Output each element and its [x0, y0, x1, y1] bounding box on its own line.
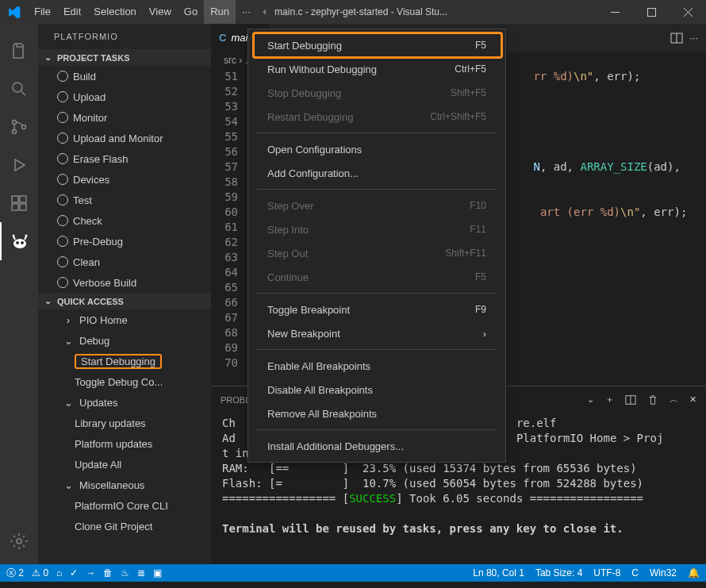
- menu-file[interactable]: File: [28, 0, 57, 24]
- status-test-icon[interactable]: ♨: [121, 567, 129, 578]
- task-item[interactable]: Verbose Build: [38, 272, 211, 293]
- run-menu-dropdown: Start DebuggingF5Run Without DebuggingCt…: [247, 29, 506, 463]
- status-home-icon[interactable]: ⌂: [56, 567, 62, 578]
- status-bell-icon[interactable]: 🔔: [688, 567, 700, 578]
- task-item[interactable]: Devices: [38, 169, 211, 190]
- status-tabsize[interactable]: Tab Size: 4: [535, 567, 582, 578]
- svg-rect-6: [12, 196, 18, 202]
- menu-item-continue: ContinueF5: [248, 265, 505, 289]
- debug-group[interactable]: ⌄ Debug: [38, 330, 211, 351]
- sidebar: PLATFORMIO ⌄ PROJECT TASKS BuildUploadMo…: [38, 24, 211, 564]
- svg-point-5: [22, 125, 26, 129]
- status-clean-icon[interactable]: 🗑: [103, 567, 113, 578]
- source-control-icon[interactable]: [0, 108, 38, 146]
- extensions-icon[interactable]: [0, 184, 38, 222]
- misc-group[interactable]: ⌄ Miscellaneous: [38, 475, 211, 495]
- update-all-item[interactable]: Update All: [38, 454, 211, 475]
- project-tasks-header[interactable]: ⌄ PROJECT TASKS: [38, 49, 211, 66]
- c-file-icon: C: [219, 32, 226, 44]
- task-item[interactable]: Erase Flash: [38, 148, 211, 169]
- svg-point-10: [13, 239, 26, 248]
- task-icon: [57, 71, 68, 82]
- task-item[interactable]: Monitor: [38, 107, 211, 128]
- menu-item-run-without-debugging[interactable]: Run Without DebuggingCtrl+F5: [248, 57, 505, 81]
- toggle-debug-item[interactable]: Toggle Debug Co...: [38, 371, 211, 392]
- pio-core-cli-item[interactable]: PlatformIO Core CLI: [38, 495, 211, 516]
- task-icon: [57, 153, 68, 164]
- svg-point-13: [13, 235, 15, 237]
- maximize-panel-icon[interactable]: ︿: [670, 394, 678, 405]
- explorer-icon[interactable]: [0, 32, 38, 70]
- chevron-down-icon: ⌄: [62, 335, 75, 347]
- quick-access-header[interactable]: ⌄ QUICK ACCESS: [38, 293, 211, 309]
- status-warnings[interactable]: ⚠ 0: [32, 567, 48, 578]
- arrow-left-icon: [259, 6, 270, 17]
- menu-item-restart-debugging: Restart DebuggingCtrl+Shift+F5: [248, 105, 505, 129]
- task-item[interactable]: Test: [38, 190, 211, 210]
- chevron-right-icon: ›: [62, 314, 75, 326]
- menu-go[interactable]: Go: [178, 0, 204, 24]
- terminal-dropdown-icon[interactable]: ⌄: [587, 394, 594, 405]
- minimize-button[interactable]: [597, 0, 633, 24]
- search-icon[interactable]: [0, 70, 38, 108]
- menu-run[interactable]: Run: [204, 0, 236, 24]
- menu-item-add-configuration-[interactable]: Add Configuration...: [248, 161, 505, 185]
- clone-git-item[interactable]: Clone Git Project: [38, 516, 211, 536]
- task-item[interactable]: Upload and Monitor: [38, 128, 211, 148]
- kill-terminal-icon[interactable]: [647, 394, 658, 405]
- status-terminal-icon[interactable]: ▣: [153, 567, 162, 578]
- debug-icon[interactable]: [0, 146, 38, 184]
- library-updates-item[interactable]: Library updates: [38, 413, 211, 433]
- chevron-down-icon: ⌄: [41, 52, 54, 63]
- svg-rect-7: [12, 204, 18, 210]
- menu-view[interactable]: View: [143, 0, 178, 24]
- task-icon: [57, 112, 68, 123]
- menu-selection[interactable]: Selection: [87, 0, 142, 24]
- menu-item-install-additional-debuggers-[interactable]: Install Additional Debuggers...: [248, 434, 505, 458]
- svg-rect-1: [647, 8, 655, 16]
- status-errors[interactable]: ⓧ 2: [6, 567, 24, 580]
- task-item[interactable]: Upload: [38, 86, 211, 107]
- platform-updates-item[interactable]: Platform updates: [38, 433, 211, 454]
- menu-item-remove-all-breakpoints[interactable]: Remove All Breakpoints: [248, 402, 505, 425]
- task-icon: [57, 256, 68, 267]
- settings-gear-icon[interactable]: [0, 522, 38, 560]
- task-item[interactable]: Check: [38, 210, 211, 231]
- split-terminal-icon[interactable]: [625, 394, 636, 405]
- new-terminal-icon[interactable]: ＋: [605, 394, 614, 405]
- menu-item-open-configurations[interactable]: Open Configurations: [248, 137, 505, 161]
- status-encoding[interactable]: UTF-8: [593, 567, 620, 578]
- task-item[interactable]: Pre-Debug: [38, 231, 211, 252]
- svg-point-4: [13, 130, 17, 134]
- menu-edit[interactable]: Edit: [57, 0, 87, 24]
- menu-item-disable-all-breakpoints[interactable]: Disable All Breakpoints: [248, 378, 505, 402]
- more-actions-icon[interactable]: ···: [689, 32, 698, 44]
- status-serial-icon[interactable]: ≣: [137, 567, 145, 578]
- menu-item-new-breakpoint[interactable]: New Breakpoint›: [248, 321, 505, 345]
- menu-more[interactable]: ···: [236, 0, 257, 24]
- status-eol[interactable]: Win32: [650, 567, 677, 578]
- close-panel-icon[interactable]: ✕: [689, 394, 696, 405]
- menu-item-start-debugging[interactable]: Start DebuggingF5: [248, 33, 505, 57]
- maximize-button[interactable]: [633, 0, 670, 24]
- status-lang[interactable]: C: [631, 567, 639, 578]
- platformio-icon[interactable]: [0, 222, 38, 260]
- status-upload-icon[interactable]: →: [86, 567, 95, 578]
- pio-home-item[interactable]: › PIO Home: [38, 309, 211, 330]
- split-editor-icon[interactable]: [670, 32, 683, 44]
- task-item[interactable]: Build: [38, 66, 211, 86]
- task-icon: [57, 277, 68, 288]
- close-button[interactable]: [670, 0, 706, 24]
- status-cursor[interactable]: Ln 80, Col 1: [473, 567, 524, 578]
- activity-bar: [0, 24, 38, 564]
- task-item[interactable]: Clean: [38, 252, 211, 272]
- titlebar: File Edit Selection View Go Run ··· main…: [0, 0, 706, 24]
- menu-item-toggle-breakpoint[interactable]: Toggle BreakpointF9: [248, 298, 505, 321]
- menu-item-enable-all-breakpoints[interactable]: Enable All Breakpoints: [248, 354, 505, 378]
- svg-rect-0: [611, 12, 620, 13]
- svg-point-14: [25, 235, 28, 237]
- updates-group[interactable]: ⌄ Updates: [38, 392, 211, 413]
- start-debugging-item[interactable]: Start Debugging: [38, 351, 211, 371]
- menu-item-step-out: Step OutShift+F11: [248, 241, 505, 265]
- status-build-icon[interactable]: ✓: [70, 567, 78, 578]
